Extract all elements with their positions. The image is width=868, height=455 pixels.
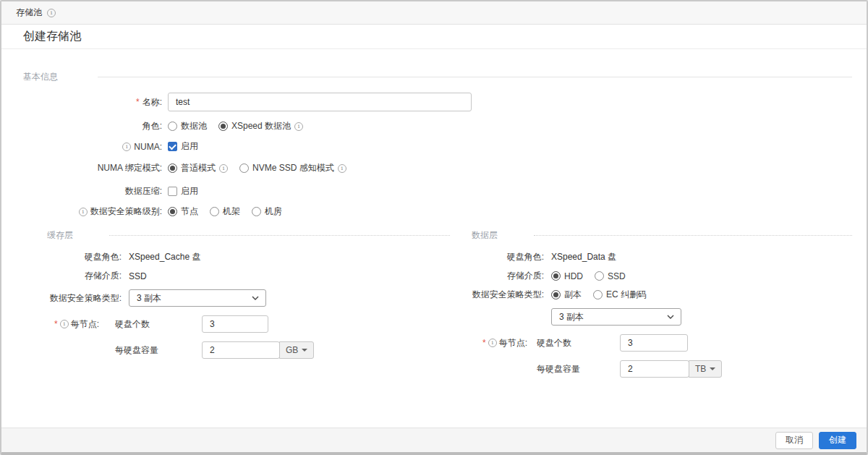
radio-icon[interactable] — [551, 271, 561, 281]
radio-icon[interactable] — [595, 271, 604, 281]
section-divider — [98, 77, 852, 77]
name-label: * 名称: — [23, 96, 162, 109]
radio-icon[interactable] — [593, 290, 603, 299]
disk-capacity-label: 每硬盘容量 — [537, 363, 620, 375]
radio-icon[interactable] — [210, 207, 219, 216]
disk-count-label: 硬盘个数 — [115, 318, 202, 331]
section-data-tier: 数据层 — [472, 229, 852, 242]
form-content: 基本信息 * 名称: 角色: 数据池 XSpeed — [1, 71, 867, 378]
compression-enable-checkbox[interactable]: 启用 — [168, 185, 198, 197]
compression-label: 数据压缩: — [23, 185, 162, 197]
cache-tier-column: 缓存层 硬盘角色: XSpeed_Cache 盘 存储介质: SSD 数据安全策… — [23, 229, 450, 378]
info-icon[interactable] — [122, 143, 131, 151]
radio-role-data-pool[interactable]: 数据池 — [168, 120, 207, 132]
field-row-numa-mode: NUMA 绑定模式: 普适模式 NVMe SSD 感知模式 — [23, 162, 852, 174]
data-disk-role-row: 硬盘角色: XSpeed_Data 盘 — [472, 251, 852, 263]
checkbox-icon[interactable] — [168, 187, 177, 196]
radio-role-xspeed-pool[interactable]: XSpeed 数据池 — [218, 120, 303, 132]
radio-icon[interactable] — [239, 163, 249, 173]
radio-icon[interactable] — [551, 290, 561, 299]
cache-disk-count-row: * 每节点: 硬盘个数 — [23, 315, 450, 333]
data-disk-capacity-input[interactable] — [620, 360, 689, 378]
cache-media-row: 存储介质: SSD — [23, 270, 450, 282]
create-storage-pool-window: 存储池 创建存储池 基本信息 * 名称: 角色: — [0, 0, 868, 455]
radio-media-hdd[interactable]: HDD — [551, 271, 583, 281]
media-label: 存储介质: — [472, 270, 544, 282]
radio-icon[interactable] — [218, 122, 228, 131]
numa-enable-checkbox[interactable]: 启用 — [168, 140, 198, 153]
radio-icon[interactable] — [252, 207, 261, 216]
field-row-security-level: 数据安全策略级别: 节点 机架 机房 — [23, 205, 852, 218]
section-divider — [109, 235, 450, 236]
chevron-down-icon — [667, 315, 674, 319]
radio-numa-mode-nvme-aware[interactable]: NVMe SSD 感知模式 — [239, 162, 346, 174]
numa-mode-label: NUMA 绑定模式: — [23, 162, 162, 174]
radio-media-ssd[interactable]: SSD — [595, 271, 626, 281]
cache-disk-capacity-input[interactable] — [202, 341, 280, 359]
cache-capacity-unit-dropdown[interactable]: GB — [279, 341, 314, 359]
media-label: 存储介质: — [23, 270, 122, 282]
caret-down-icon — [302, 349, 307, 352]
data-policy-type-row: 数据安全策略类型: 副本 EC 纠删码 — [472, 289, 852, 301]
field-row-compression: 数据压缩: 启用 — [23, 185, 852, 197]
data-replica-select-row: 3 副本 — [472, 308, 852, 326]
info-icon[interactable] — [79, 208, 88, 216]
policy-type-label: 数据安全策略类型: — [23, 292, 122, 305]
page-title-bar: 创建存储池 — [1, 25, 867, 49]
radio-icon[interactable] — [168, 207, 177, 216]
cache-disk-count-input[interactable] — [202, 315, 268, 333]
info-icon[interactable] — [47, 9, 56, 17]
policy-type-label: 数据安全策略类型: — [472, 289, 544, 301]
data-capacity-unit-dropdown[interactable]: TB — [689, 360, 722, 378]
field-row-name: * 名称: — [23, 93, 852, 111]
radio-level-node[interactable]: 节点 — [168, 205, 198, 218]
checkbox-icon[interactable] — [168, 142, 177, 151]
radio-policy-ec[interactable]: EC 纠删码 — [593, 289, 647, 301]
data-replica-select[interactable]: 3 副本 — [551, 308, 681, 326]
required-asterisk: * — [136, 97, 140, 107]
breadcrumb: 存储池 — [16, 7, 42, 19]
caret-down-icon — [710, 367, 715, 370]
info-icon[interactable] — [294, 122, 303, 131]
section-title: 基本信息 — [23, 71, 58, 83]
data-disk-capacity-row: 每硬盘容量 TB — [472, 360, 852, 378]
security-level-label: 数据安全策略级别: — [23, 205, 162, 218]
info-icon[interactable] — [488, 339, 497, 347]
cache-disk-capacity-row: 每硬盘容量 GB — [23, 341, 450, 359]
radio-icon[interactable] — [168, 122, 177, 131]
role-label: 角色: — [23, 120, 162, 132]
data-disk-count-row: * 每节点: 硬盘个数 — [472, 334, 852, 352]
data-media-row: 存储介质: HDD SSD — [472, 270, 852, 282]
radio-level-room[interactable]: 机房 — [252, 205, 282, 218]
required-asterisk: * — [482, 338, 486, 348]
media-value: SSD — [129, 271, 147, 281]
disk-role-value: XSpeed_Data 盘 — [551, 251, 616, 263]
name-input[interactable] — [168, 93, 472, 111]
data-disk-count-input[interactable] — [620, 334, 688, 352]
field-row-numa: NUMA: 启用 — [23, 140, 852, 153]
cancel-button[interactable]: 取消 — [775, 432, 813, 449]
info-icon[interactable] — [338, 164, 346, 173]
disk-count-label: 硬盘个数 — [537, 337, 620, 349]
footer-action-bar: 取消 创建 — [1, 428, 867, 452]
section-divider — [534, 235, 852, 236]
info-icon[interactable] — [219, 164, 228, 173]
disk-role-value: XSpeed_Cache 盘 — [129, 251, 200, 263]
section-cache-tier: 缓存层 — [23, 229, 450, 242]
disk-capacity-label: 每硬盘容量 — [115, 344, 202, 357]
field-row-role: 角色: 数据池 XSpeed 数据池 — [23, 120, 852, 132]
data-tier-column: 数据层 硬盘角色: XSpeed_Data 盘 存储介质: HDD — [472, 229, 852, 378]
cache-policy-type-row: 数据安全策略类型: 3 副本 — [23, 289, 450, 307]
create-button[interactable]: 创建 — [819, 432, 856, 449]
numa-label: NUMA: — [23, 142, 162, 152]
radio-numa-mode-normal[interactable]: 普适模式 — [168, 162, 228, 174]
per-node-label: * 每节点: — [23, 318, 99, 331]
cache-replica-select[interactable]: 3 副本 — [129, 289, 266, 307]
required-asterisk: * — [54, 319, 58, 329]
breadcrumb-bar: 存储池 — [1, 1, 867, 25]
info-icon[interactable] — [60, 320, 69, 328]
radio-level-rack[interactable]: 机架 — [210, 205, 240, 218]
radio-policy-replica[interactable]: 副本 — [551, 289, 582, 301]
section-basic-info: 基本信息 — [23, 71, 852, 83]
radio-icon[interactable] — [168, 163, 177, 173]
